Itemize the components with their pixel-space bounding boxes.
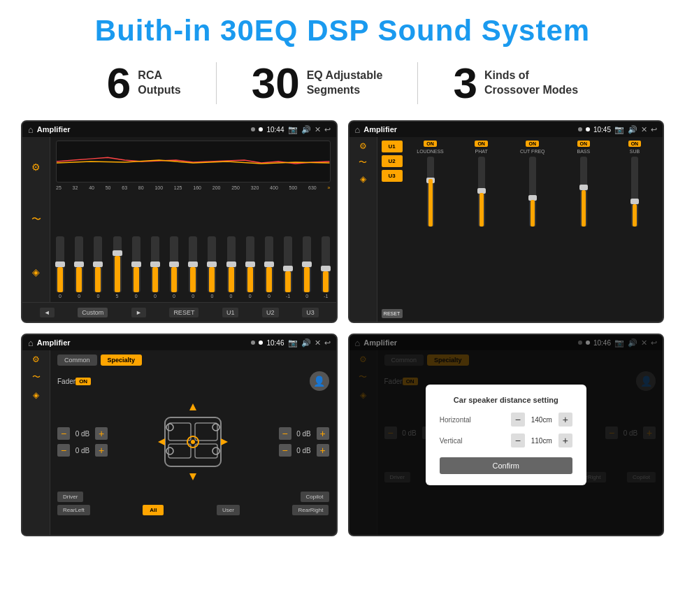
eq-slider-thumb-0[interactable]: [55, 262, 65, 267]
dsp-cutfreq-track[interactable]: [529, 157, 536, 227]
eq-slider-thumb-1[interactable]: [74, 262, 84, 267]
fader-right-controls: − 0 dB + − 0 dB +: [279, 427, 329, 457]
dialog-vertical-plus-btn[interactable]: +: [558, 434, 572, 447]
dsp-loudness-track[interactable]: [427, 157, 434, 227]
dsp-app-name: Amplifier: [363, 125, 575, 134]
fader-home-icon[interactable]: ⌂: [28, 338, 34, 348]
dsp-loudness-on[interactable]: ON: [424, 141, 437, 147]
eq-slider-track-2[interactable]: [94, 236, 102, 292]
eq-play-btn[interactable]: ►: [131, 308, 146, 317]
eq-slider-thumb-3[interactable]: [113, 250, 122, 256]
fader-speaker-icon[interactable]: ◈: [33, 390, 39, 400]
eq-slider-thumb-7[interactable]: [188, 262, 198, 267]
eq-wave-icon[interactable]: 〜: [31, 213, 41, 226]
eq-slider-track-4[interactable]: [132, 236, 140, 292]
fader-user-btn[interactable]: User: [217, 505, 240, 515]
eq-slider-track-6[interactable]: [170, 236, 178, 292]
eq-u3-btn[interactable]: U3: [302, 308, 319, 317]
dsp-phat-on[interactable]: ON: [475, 141, 488, 147]
dsp-reset-btn[interactable]: RESET: [382, 309, 403, 318]
dsp-wave-icon[interactable]: 〜: [359, 157, 367, 169]
eq-slider-track-1[interactable]: [75, 236, 83, 292]
eq-slider-track-3[interactable]: [113, 236, 122, 292]
eq-slider-track-0[interactable]: [56, 236, 64, 292]
fader-wave-icon[interactable]: 〜: [32, 371, 41, 383]
fader-bl-minus-btn[interactable]: −: [57, 444, 70, 457]
eq-slider-thumb-10[interactable]: [245, 262, 255, 267]
eq-slider-track-7[interactable]: [189, 236, 197, 292]
tab-common[interactable]: Common: [57, 354, 97, 366]
eq-slider-track-10[interactable]: [246, 236, 254, 292]
eq-slider-track-8[interactable]: [208, 236, 216, 292]
dsp-cutfreq-on[interactable]: ON: [526, 141, 539, 147]
home-icon[interactable]: ⌂: [28, 124, 34, 135]
eq-slider-thumb-6[interactable]: [169, 262, 179, 267]
eq-slider-thumb-13[interactable]: [302, 262, 312, 267]
dsp-camera-icon: 📷: [614, 125, 624, 134]
dsp-back-icon[interactable]: ↩: [651, 125, 657, 134]
dialog-vertical-minus-btn[interactable]: −: [511, 434, 525, 447]
fader-tr-minus-btn[interactable]: −: [279, 427, 291, 440]
dsp-u2-btn[interactable]: U2: [382, 155, 403, 167]
eq-slider-thumb-8[interactable]: [207, 262, 217, 267]
dsp-eq-icon[interactable]: ⚙: [359, 141, 367, 151]
eq-slider-track-12[interactable]: [284, 236, 292, 292]
dsp-home-icon[interactable]: ⌂: [355, 124, 361, 135]
fader-user-icon[interactable]: 👤: [310, 371, 329, 391]
dsp-u1-btn[interactable]: U1: [382, 141, 403, 152]
fader-br-minus-btn[interactable]: −: [279, 444, 291, 457]
eq-slider-track-13[interactable]: [303, 236, 311, 292]
dsp-bass-track[interactable]: [580, 157, 587, 227]
fader-on-badge[interactable]: ON: [75, 378, 91, 385]
dsp-speaker-icon[interactable]: ◈: [360, 174, 366, 184]
dialog-horizontal-plus-btn[interactable]: +: [558, 413, 572, 427]
dsp-u3-btn[interactable]: U3: [382, 170, 403, 182]
dsp-phat-fill: [480, 193, 484, 227]
eq-slider-thumb-4[interactable]: [131, 262, 141, 267]
eq-slider-thumb-2[interactable]: [93, 262, 103, 267]
tab-specialty[interactable]: Specialty: [101, 354, 143, 366]
eq-reset-btn[interactable]: RESET: [169, 308, 199, 317]
eq-custom-btn[interactable]: Custom: [78, 308, 108, 317]
fader-driver-btn[interactable]: Driver: [57, 492, 83, 502]
eq-u2-btn[interactable]: U2: [262, 308, 279, 317]
eq-u1-btn[interactable]: U1: [222, 308, 239, 317]
eq-prev-btn[interactable]: ◄: [40, 308, 55, 317]
eq-slider-track-9[interactable]: [227, 236, 236, 292]
fader-copilot-btn[interactable]: Copilot: [301, 492, 329, 502]
dsp-sub-track[interactable]: [631, 157, 638, 227]
fader-back-icon[interactable]: ↩: [324, 338, 331, 348]
fader-eq-icon[interactable]: ⚙: [32, 354, 40, 364]
eq-slider-track-14[interactable]: [322, 236, 330, 292]
eq-filter-icon[interactable]: ⚙: [31, 162, 41, 173]
dsp-sub-thumb[interactable]: [630, 199, 639, 204]
dsp-bass-on[interactable]: ON: [577, 141, 591, 147]
fader-bl-plus-btn[interactable]: +: [95, 444, 108, 457]
fader-rearleft-btn[interactable]: RearLeft: [57, 505, 90, 515]
dsp-status-time: 10:45: [593, 126, 611, 134]
fader-br-plus-btn[interactable]: +: [317, 444, 329, 457]
fader-close-icon[interactable]: ✕: [315, 338, 321, 348]
back-icon[interactable]: ↩: [324, 125, 331, 134]
fader-rearright-btn[interactable]: RearRight: [292, 505, 329, 515]
dialog-horizontal-minus-btn[interactable]: −: [511, 413, 525, 427]
eq-slider-track-5[interactable]: [151, 236, 159, 292]
eq-slider-thumb-11[interactable]: [264, 262, 274, 267]
eq-speaker-icon[interactable]: ◈: [32, 266, 40, 278]
dialog-confirm-btn[interactable]: Confirm: [440, 457, 572, 474]
eq-slider-thumb-12[interactable]: [283, 266, 293, 271]
eq-slider-thumb-9[interactable]: [226, 262, 236, 267]
fader-all-btn[interactable]: All: [143, 505, 164, 515]
eq-slider-thumb-5[interactable]: [150, 262, 160, 267]
fader-tl-plus-btn[interactable]: +: [95, 427, 108, 440]
dsp-close-icon[interactable]: ✕: [641, 125, 647, 134]
fader-tl-minus-btn[interactable]: −: [57, 427, 70, 440]
close-icon[interactable]: ✕: [315, 125, 321, 134]
fader-tr-plus-btn[interactable]: +: [317, 427, 329, 440]
dsp-sub-on[interactable]: ON: [628, 141, 642, 147]
dsp-bass-thumb[interactable]: [579, 185, 588, 190]
eq-slider-track-11[interactable]: [265, 236, 273, 292]
eq-label-1: 32: [73, 185, 78, 190]
dsp-phat-track[interactable]: [478, 157, 485, 227]
eq-slider-thumb-14[interactable]: [321, 266, 331, 271]
